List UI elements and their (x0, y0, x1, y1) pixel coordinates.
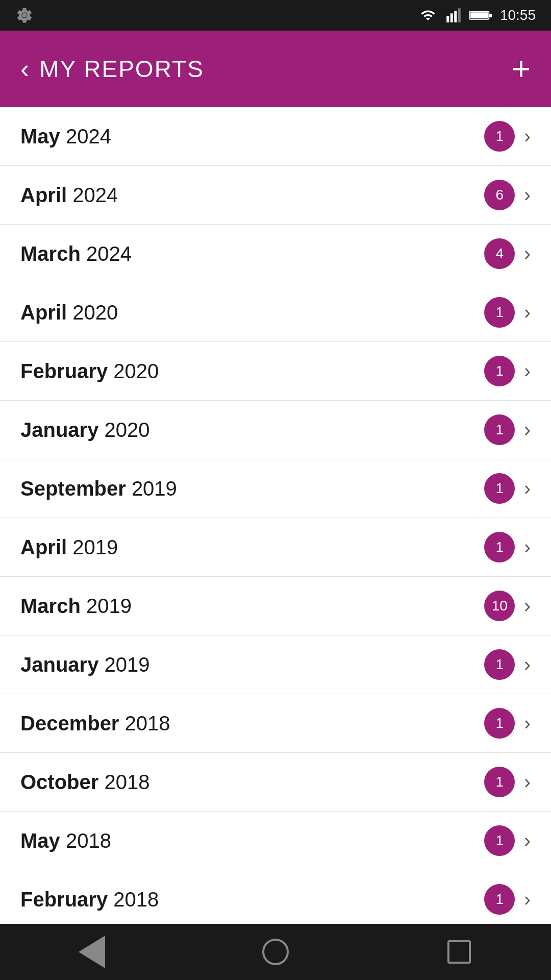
svg-rect-4 (458, 8, 461, 22)
settings-icon (15, 6, 34, 24)
status-time: 10:55 (500, 7, 536, 23)
item-right: 1 › (484, 884, 531, 915)
item-label: May 2018 (20, 829, 111, 852)
status-bar-left (15, 6, 34, 24)
chevron-right-icon: › (524, 184, 531, 206)
item-year: 2020 (113, 360, 159, 382)
item-label: April 2019 (20, 536, 118, 559)
chevron-right-icon: › (524, 419, 531, 441)
chevron-right-icon: › (524, 889, 531, 911)
add-button[interactable]: + (512, 53, 531, 85)
chevron-right-icon: › (524, 771, 531, 793)
nav-recents-button[interactable] (439, 932, 480, 972)
item-badge: 1 (484, 532, 515, 562)
list-item[interactable]: May 2018 1 › (0, 812, 551, 870)
item-badge: 1 (484, 649, 515, 680)
svg-rect-6 (489, 14, 492, 17)
list-item[interactable]: February 2020 1 › (0, 342, 551, 401)
item-year: 2024 (86, 242, 132, 265)
item-badge: 4 (484, 238, 515, 269)
chevron-right-icon: › (524, 360, 531, 382)
list-item[interactable]: October 2018 1 › (0, 753, 551, 812)
list-item[interactable]: May 2024 1 › (0, 107, 551, 166)
item-label: April 2020 (20, 301, 118, 324)
header-left: ‹ MY REPORTS (20, 55, 204, 83)
list-item[interactable]: March 2024 4 › (0, 225, 551, 283)
list-item[interactable]: April 2019 1 › (0, 518, 551, 577)
chevron-right-icon: › (524, 713, 531, 734)
page-title: MY REPORTS (39, 55, 204, 83)
item-year: 2018 (113, 888, 159, 911)
item-year: 2019 (132, 477, 177, 500)
item-badge: 1 (484, 884, 515, 915)
list-item[interactable]: December 2018 1 › (0, 694, 551, 753)
item-badge: 1 (484, 767, 515, 797)
status-bar: 10:55 (0, 0, 551, 31)
status-bar-right: 10:55 (418, 7, 536, 23)
chevron-right-icon: › (524, 243, 531, 265)
item-label: February 2018 (20, 888, 159, 911)
back-nav-icon (79, 936, 105, 968)
chevron-right-icon: › (524, 302, 531, 324)
list-item[interactable]: February 2018 1 › (0, 870, 551, 924)
item-month: February (20, 888, 108, 911)
item-label: September 2019 (20, 477, 177, 500)
item-badge: 1 (484, 708, 515, 739)
item-month: December (20, 712, 119, 734)
item-right: 1 › (484, 356, 531, 386)
item-month: January (20, 419, 98, 441)
item-right: 1 › (484, 532, 531, 562)
item-year: 2019 (86, 595, 132, 617)
item-year: 2019 (72, 536, 118, 558)
item-right: 10 › (484, 591, 531, 621)
item-year: 2020 (105, 419, 150, 441)
chevron-right-icon: › (524, 536, 531, 558)
chevron-right-icon: › (524, 126, 531, 148)
item-badge: 1 (484, 297, 515, 328)
item-label: March 2019 (20, 595, 132, 618)
item-right: 1 › (484, 121, 531, 152)
item-year: 2018 (104, 771, 149, 793)
list-item[interactable]: January 2020 1 › (0, 401, 551, 459)
item-label: October 2018 (20, 771, 149, 794)
list-item[interactable]: April 2020 1 › (0, 283, 551, 342)
list-item[interactable]: January 2019 1 › (0, 635, 551, 694)
item-month: April (20, 301, 67, 324)
nav-back-button[interactable] (71, 932, 112, 972)
item-badge: 1 (484, 356, 515, 386)
bottom-navigation (0, 924, 551, 980)
item-month: May (20, 125, 60, 148)
battery-icon (469, 8, 493, 22)
item-month: February (20, 360, 108, 382)
svg-point-0 (22, 13, 27, 18)
recents-nav-icon (447, 940, 471, 964)
item-right: 1 › (484, 297, 531, 328)
item-right: 1 › (484, 473, 531, 504)
header: ‹ MY REPORTS + (0, 31, 551, 107)
item-label: January 2020 (20, 419, 150, 442)
item-badge: 1 (484, 414, 515, 445)
item-year: 2020 (72, 301, 118, 324)
item-label: February 2020 (20, 360, 159, 383)
reports-list: May 2024 1 › April 2024 6 › March 2024 (0, 107, 551, 924)
item-label: March 2024 (20, 242, 132, 265)
item-right: 1 › (484, 414, 531, 445)
svg-rect-1 (446, 16, 449, 22)
item-label: May 2024 (20, 125, 111, 148)
item-right: 1 › (484, 825, 531, 856)
list-item[interactable]: March 2019 10 › (0, 577, 551, 635)
item-month: April (20, 184, 67, 206)
list-item[interactable]: April 2024 6 › (0, 166, 551, 225)
wifi-icon (418, 8, 438, 23)
item-right: 1 › (484, 708, 531, 739)
back-button[interactable]: ‹ (20, 56, 29, 82)
chevron-right-icon: › (524, 654, 531, 676)
item-badge: 6 (484, 180, 515, 210)
item-badge: 1 (484, 473, 515, 504)
item-badge: 10 (484, 591, 515, 621)
list-item[interactable]: September 2019 1 › (0, 459, 551, 518)
signal-icon (445, 8, 462, 23)
svg-rect-7 (470, 12, 488, 18)
item-month: March (20, 242, 81, 265)
nav-home-button[interactable] (255, 932, 296, 972)
